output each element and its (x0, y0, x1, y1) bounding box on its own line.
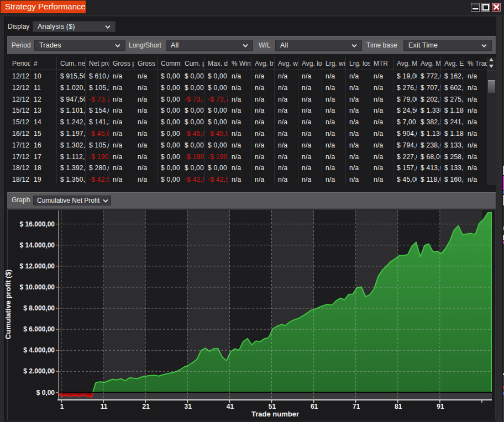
svg-text:$ 6.000,00: $ 6.000,00 (23, 325, 55, 333)
svg-text:$ 12.000,00: $ 12.000,00 (20, 262, 55, 270)
svg-text:71: 71 (353, 403, 360, 410)
svg-text:61: 61 (311, 403, 318, 410)
svg-text:$ 10.000,00: $ 10.000,00 (20, 283, 55, 291)
svg-text:Cumulative profit ($): Cumulative profit ($) (4, 270, 12, 339)
svg-text:$ 2.000,00: $ 2.000,00 (23, 367, 55, 375)
svg-text:11: 11 (101, 403, 108, 410)
svg-text:Trade number: Trade number (251, 410, 299, 418)
svg-text:81: 81 (395, 403, 402, 410)
svg-text:91: 91 (437, 403, 444, 410)
svg-text:1: 1 (60, 403, 64, 410)
svg-text:41: 41 (227, 403, 234, 410)
svg-text:21: 21 (143, 403, 150, 410)
svg-text:$ 4.000,00: $ 4.000,00 (23, 346, 55, 354)
svg-text:$ 16.000,00: $ 16.000,00 (20, 220, 55, 228)
svg-text:$ 8.000,00: $ 8.000,00 (23, 304, 55, 312)
svg-text:51: 51 (269, 403, 276, 410)
svg-text:31: 31 (185, 403, 192, 410)
svg-text:$ 0,00: $ 0,00 (36, 389, 55, 397)
svg-text:$ 14.000,00: $ 14.000,00 (20, 241, 55, 249)
